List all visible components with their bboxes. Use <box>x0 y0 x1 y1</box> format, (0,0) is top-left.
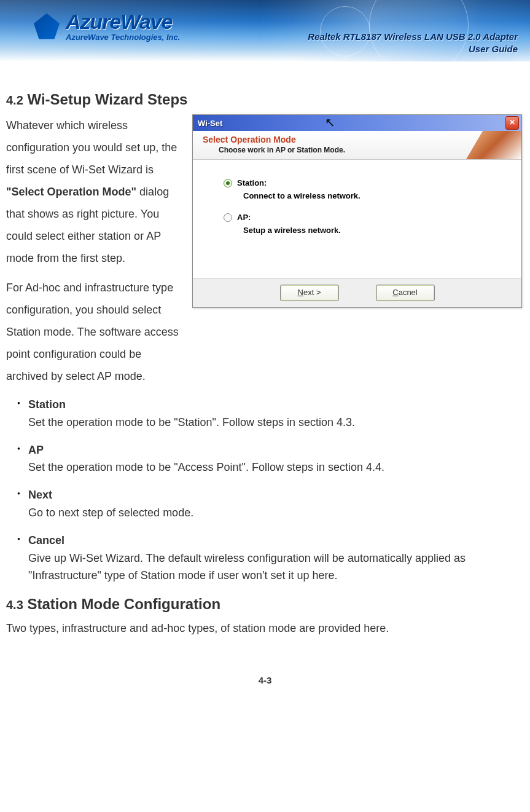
dialog-body: Station: Connect to a wireless network. … <box>193 160 521 278</box>
bullet-ap-title: AP <box>28 441 524 459</box>
logo-text-block: AzureWave AzureWave Technologies, Inc. <box>66 11 180 41</box>
radio-ap-desc: Setup a wireless network. <box>243 226 503 235</box>
bullet-cancel: Cancel Give up Wi-Set Wizard. The defaul… <box>17 532 524 585</box>
wiset-dialog: Wi-Set ↖ ✕ Select Operation Mode Choose … <box>192 114 522 308</box>
cancel-button[interactable]: Cacnel <box>376 285 435 301</box>
radio-ap[interactable]: AP: <box>224 213 503 222</box>
wizard-screenshot: Wi-Set ↖ ✕ Select Operation Mode Choose … <box>192 114 524 308</box>
bullet-ap: AP Set the operation mode to be "Access … <box>17 441 524 477</box>
radio-station-label: Station: <box>237 178 267 187</box>
intro-text-column: Whatever which wireless configuration yo… <box>6 114 184 387</box>
radio-ap-label: AP: <box>237 213 251 222</box>
section-4-3-heading: 4.3 Station Mode Configuration <box>6 596 524 613</box>
bullet-station-title: Station <box>28 396 524 414</box>
brand-logo: AzureWave AzureWave Technologies, Inc. <box>34 11 180 41</box>
radio-station[interactable]: Station: <box>224 178 503 187</box>
page-content: 4.2 Wi-Setup Wizard Steps Whatever which… <box>0 61 530 704</box>
section-4-2-heading: 4.2 Wi-Setup Wizard Steps <box>6 91 524 108</box>
bullet-next-desc: Go to next step of selected mode. <box>28 507 193 519</box>
close-button[interactable]: ✕ <box>505 116 519 130</box>
bullet-station-desc: Set the operation mode to be "Station". … <box>28 416 355 428</box>
page-number: 4-3 <box>6 675 524 698</box>
dialog-header-title: Select Operation Mode <box>203 135 512 144</box>
dialog-window-title: Wi-Set <box>198 119 222 128</box>
doc-title-line2: User Guide <box>469 44 518 54</box>
section-number: 4.3 <box>6 598 23 612</box>
logo-sub-text: AzureWave Technologies, Inc. <box>66 33 180 41</box>
bullet-cancel-desc: Give up Wi-Set Wizard. The default wirel… <box>28 552 466 582</box>
bullet-next: Next Go to next step of selected mode. <box>17 486 524 522</box>
radio-station-desc: Connect to a wireless network. <box>243 191 503 200</box>
bullet-ap-desc: Set the operation mode to be "Access Poi… <box>28 461 384 473</box>
bullet-cancel-title: Cancel <box>28 532 524 550</box>
bullet-station: Station Set the operation mode to be "St… <box>17 396 524 432</box>
bullet-list: Station Set the operation mode to be "St… <box>6 396 524 585</box>
logo-main-text: AzureWave <box>66 11 180 32</box>
intro-para-1: Whatever which wireless configuration yo… <box>6 114 184 269</box>
radio-icon-unselected <box>224 213 232 222</box>
radio-icon-selected <box>224 179 232 187</box>
section-number: 4.2 <box>6 93 23 107</box>
page-header: AzureWave AzureWave Technologies, Inc. R… <box>0 0 530 61</box>
next-button[interactable]: Next > <box>280 285 339 301</box>
cursor-icon: ↖ <box>325 115 335 130</box>
logo-icon <box>34 14 60 39</box>
intro-para-2: For Ad-hoc and infrastructure type confi… <box>6 277 184 387</box>
doc-title: Realtek RTL8187 Wireless LAN USB 2.0 Ada… <box>308 31 518 55</box>
bullet-next-title: Next <box>28 486 524 504</box>
section-title: Station Mode Configuration <box>27 596 220 612</box>
doc-title-line1: Realtek RTL8187 Wireless LAN USB 2.0 Ada… <box>308 31 518 42</box>
dialog-footer: Next > Cacnel <box>193 278 521 307</box>
intro-wrap: Whatever which wireless configuration yo… <box>6 114 524 387</box>
dialog-header-panel: Select Operation Mode Choose work in AP … <box>193 131 521 160</box>
dialog-titlebar: Wi-Set ↖ ✕ <box>193 115 521 131</box>
dialog-header-subtitle: Choose work in AP or Station Mode. <box>219 146 512 154</box>
section-4-3-para: Two types, infrastructure and ad-hoc typ… <box>6 619 524 638</box>
section-title: Wi-Setup Wizard Steps <box>27 91 187 108</box>
